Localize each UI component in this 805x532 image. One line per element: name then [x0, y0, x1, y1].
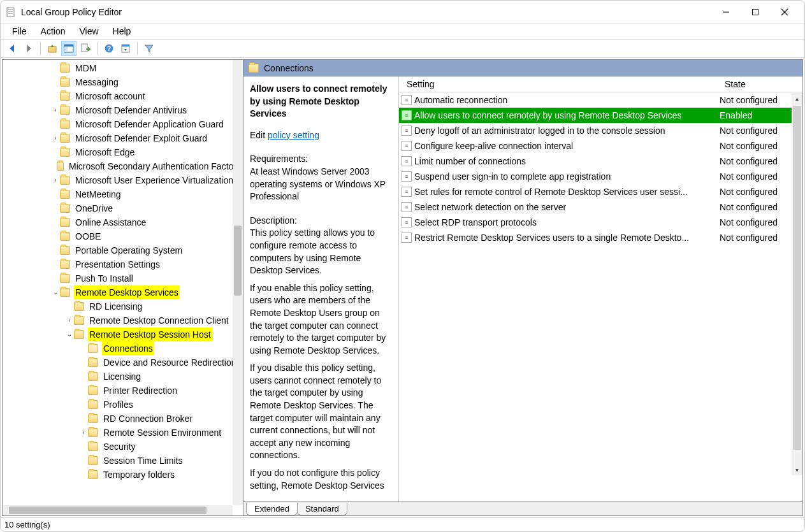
- forward-button[interactable]: [21, 41, 36, 56]
- tree-item[interactable]: Microsoft Edge: [3, 145, 243, 159]
- tree-item[interactable]: Presentation Settings: [3, 257, 243, 271]
- row-setting-label: Limit number of connections: [414, 156, 720, 166]
- row-state-label: Enabled: [720, 110, 802, 120]
- tree-item[interactable]: Connections: [3, 341, 243, 356]
- tree-horizontal-scrollbar[interactable]: [3, 505, 233, 515]
- menu-action[interactable]: Action: [34, 25, 72, 38]
- tree-expander-icon[interactable]: ›: [51, 103, 60, 117]
- up-button[interactable]: [45, 41, 60, 56]
- row-setting-label: Suspend user sign-in to complete app reg…: [414, 171, 720, 182]
- tree-item[interactable]: Security: [3, 440, 243, 454]
- tree-item[interactable]: Device and Resource Redirection: [3, 356, 243, 370]
- list-row[interactable]: ≡Automatic reconnectionNot configured: [399, 92, 802, 108]
- column-setting-header[interactable]: Setting: [402, 76, 720, 92]
- tree-item-label: Microsoft account: [74, 89, 147, 103]
- policy-icon: ≡: [402, 202, 412, 212]
- column-state-header[interactable]: State: [720, 76, 802, 92]
- toolbar: ?: [1, 39, 804, 58]
- policy-setting-link[interactable]: policy setting: [268, 130, 319, 140]
- tree-expander-icon[interactable]: ›: [51, 173, 60, 187]
- folder-icon: [57, 162, 64, 171]
- tree-item[interactable]: OneDrive: [3, 201, 243, 215]
- policy-icon: ≡: [402, 126, 412, 136]
- help-button[interactable]: ?: [101, 41, 117, 56]
- list-row[interactable]: ≡Select RDP transport protocolsNot confi…: [399, 215, 802, 230]
- tree-expander-icon[interactable]: ›: [51, 131, 60, 145]
- tree-item[interactable]: RD Licensing: [3, 299, 243, 313]
- tab-standard[interactable]: Standard: [297, 503, 347, 515]
- tree-expander-icon[interactable]: ⌄: [65, 327, 74, 341]
- row-setting-label: Deny logoff of an administrator logged i…: [414, 126, 720, 136]
- tree-item-label: Connections: [102, 341, 154, 356]
- list-row[interactable]: ≡Select network detection on the serverN…: [399, 199, 802, 215]
- tree-item[interactable]: OOBE: [3, 229, 243, 243]
- tree-item[interactable]: ⌄Remote Desktop Session Host: [3, 327, 243, 341]
- tree-item[interactable]: ›Microsoft User Experience Virtualizatio…: [3, 173, 243, 187]
- tree-item[interactable]: NetMeeting: [3, 187, 243, 201]
- policy-icon: ≡: [402, 156, 412, 166]
- tree-scroll-area: MDMMessagingMicrosoft account›Microsoft …: [3, 60, 243, 515]
- list-vertical-scrollbar[interactable]: ▴ ▾: [792, 93, 802, 475]
- tree-item-label: Licensing: [102, 370, 142, 384]
- show-hide-tree-button[interactable]: [61, 41, 76, 56]
- tree-item[interactable]: Temporary folders: [3, 468, 243, 482]
- tree-item[interactable]: Licensing: [3, 370, 243, 384]
- export-button[interactable]: [78, 41, 93, 56]
- tree-item[interactable]: Session Time Limits: [3, 454, 243, 468]
- row-state-label: Not configured: [720, 187, 802, 197]
- tree-expander-icon[interactable]: ⌄: [51, 285, 60, 299]
- tree-item[interactable]: RD Connection Broker: [3, 412, 243, 426]
- list-row[interactable]: ≡Allow users to connect remotely by usin…: [399, 108, 802, 123]
- description-p2: If you enable this policy setting, users…: [250, 282, 392, 357]
- tab-extended[interactable]: Extended: [246, 503, 298, 515]
- menu-file[interactable]: File: [6, 25, 33, 38]
- window-title: Local Group Policy Editor: [21, 7, 711, 17]
- row-state-label: Not configured: [720, 233, 802, 243]
- tree-expander-icon[interactable]: ›: [79, 426, 88, 440]
- scrollbar-thumb[interactable]: [9, 507, 207, 514]
- scrollbar-thumb[interactable]: [793, 106, 801, 450]
- tree-item[interactable]: ›Microsoft Defender Antivirus: [3, 103, 243, 117]
- menu-view[interactable]: View: [73, 25, 105, 38]
- tree-item-label: Microsoft User Experience Virtualization: [74, 173, 235, 187]
- tree-item[interactable]: Microsoft Defender Application Guard: [3, 117, 243, 131]
- close-button[interactable]: [770, 2, 799, 22]
- scroll-up-arrow[interactable]: ▴: [792, 93, 802, 104]
- list-row[interactable]: ≡Restrict Remote Desktop Services users …: [399, 230, 802, 245]
- tree-item[interactable]: Profiles: [3, 398, 243, 412]
- row-state-label: Not configured: [720, 156, 802, 166]
- tree-item[interactable]: Messaging: [3, 75, 243, 89]
- minimize-button[interactable]: [711, 2, 741, 22]
- list-row[interactable]: ≡Suspend user sign-in to complete app re…: [399, 169, 802, 184]
- folder-icon: [60, 106, 70, 115]
- maximize-button[interactable]: [741, 2, 770, 22]
- scroll-down-arrow[interactable]: ▾: [792, 464, 802, 475]
- tree-expander-icon[interactable]: ›: [65, 313, 74, 327]
- tree-item[interactable]: ›Remote Desktop Connection Client: [3, 313, 243, 327]
- tree-item[interactable]: Portable Operating System: [3, 243, 243, 257]
- back-button[interactable]: [4, 41, 20, 56]
- scrollbar-thumb[interactable]: [234, 226, 242, 296]
- tree-item[interactable]: Printer Redirection: [3, 384, 243, 398]
- list-row[interactable]: ≡Configure keep-alive connection interva…: [399, 138, 802, 154]
- tree-item[interactable]: ›Remote Session Environment: [3, 426, 243, 440]
- list-row[interactable]: ≡Set rules for remote control of Remote …: [399, 184, 802, 199]
- list-row[interactable]: ≡Deny logoff of an administrator logged …: [399, 123, 802, 138]
- tree-item[interactable]: Microsoft Secondary Authentication Facto…: [3, 159, 243, 173]
- tree-item[interactable]: MDM: [3, 61, 243, 75]
- content-header: Connections: [243, 60, 802, 76]
- tree-item-label: Remote Desktop Services: [74, 285, 180, 299]
- tree-item[interactable]: ⌄Remote Desktop Services: [3, 285, 243, 299]
- menu-help[interactable]: Help: [106, 25, 138, 38]
- list-row[interactable]: ≡Limit number of connectionsNot configur…: [399, 154, 802, 169]
- tree-item[interactable]: ›Microsoft Defender Exploit Guard: [3, 131, 243, 145]
- svg-rect-5: [753, 9, 758, 15]
- tree-vertical-scrollbar[interactable]: [233, 60, 243, 505]
- filter-button[interactable]: [141, 41, 157, 56]
- tree-item-label: RD Licensing: [88, 299, 143, 313]
- tree-item-label: OOBE: [74, 229, 102, 243]
- tree-item[interactable]: Push To Install: [3, 271, 243, 285]
- tree-item[interactable]: Microsoft account: [3, 89, 243, 103]
- tree-item[interactable]: Online Assistance: [3, 215, 243, 229]
- properties-button[interactable]: [118, 41, 133, 56]
